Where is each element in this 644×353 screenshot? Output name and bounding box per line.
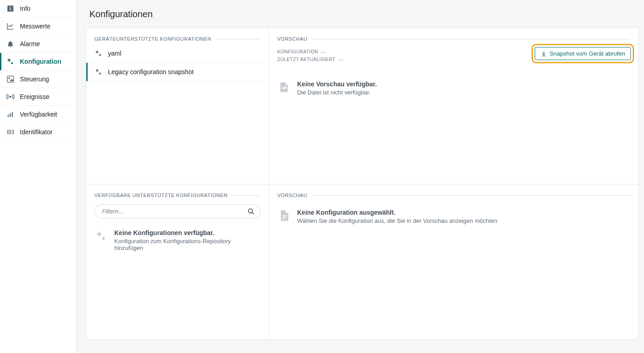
- bell-icon: [6, 40, 14, 48]
- sidebar-item-configuration[interactable]: Konfiguration: [0, 53, 76, 71]
- preview-meta: KONFIGURATION --- ZULETZT AKTUALISIERT -…: [269, 44, 638, 64]
- broadcast-icon: [6, 93, 14, 101]
- section-header-label: VORSCHAU: [277, 36, 307, 42]
- svg-point-6: [9, 78, 9, 79]
- preview-bottom-header: VORSCHAU: [269, 184, 638, 201]
- svg-rect-12: [7, 130, 8, 135]
- header-line: [233, 195, 261, 196]
- filter-input[interactable]: [94, 204, 261, 218]
- preview-top-section: VORSCHAU KONFIGURATION --- ZULETZT AKTUA…: [269, 28, 638, 184]
- header-line: [313, 195, 630, 196]
- config-item-yaml[interactable]: yaml: [86, 44, 269, 63]
- svg-point-22: [248, 209, 252, 213]
- svg-rect-13: [9, 130, 9, 135]
- right-column: VORSCHAU KONFIGURATION --- ZULETZT AKTUA…: [269, 28, 638, 339]
- meta-updated-label: ZULETZT AKTUALISIERT: [277, 56, 336, 62]
- meta-config-value: ---: [321, 49, 326, 54]
- file-text-icon: [277, 209, 291, 222]
- info-square-icon: [6, 5, 14, 13]
- svg-rect-25: [283, 215, 287, 216]
- page-title: Konfigurationen: [89, 9, 639, 19]
- snapshot-button-label: Snapshot vom Gerät abrufen: [550, 50, 625, 57]
- preview-top-empty: Keine Vorschau verfügbar. Die Datei ist …: [269, 72, 638, 96]
- image-broken-icon: [277, 80, 291, 94]
- sidebar-item-label: Steuerung: [20, 75, 49, 83]
- sidebar-item-control[interactable]: Steuerung: [0, 71, 76, 88]
- sidebar-item-label: Messwerte: [20, 23, 51, 30]
- line-chart-icon: [6, 22, 14, 30]
- gears-icon: [6, 57, 14, 66]
- header-line: [217, 39, 261, 39]
- barcode-icon: [6, 128, 14, 136]
- preview-bottom-empty-title: Keine Konfiguration ausgewählt.: [297, 209, 497, 216]
- left-column: GERÄTEUNTERSTÜTZTE KONFIGURATIONEN yaml: [86, 28, 269, 339]
- svg-rect-26: [283, 217, 287, 217]
- svg-rect-27: [283, 218, 285, 219]
- bar-chart-icon: [6, 110, 14, 118]
- sidebar-item-identifier[interactable]: Identifikator: [0, 123, 76, 141]
- svg-point-18: [96, 51, 98, 53]
- sidebar-item-events[interactable]: Ereignisse: [0, 88, 76, 106]
- filter-wrap: [86, 201, 269, 221]
- gears-icon: [94, 67, 103, 76]
- sidebar-item-label: Ereignisse: [20, 93, 49, 100]
- svg-rect-15: [11, 130, 12, 135]
- gears-icon: [94, 229, 108, 243]
- available-empty-title: Keine Konfigurationen verfügbar.: [114, 229, 261, 236]
- available-section: VERFÜGBARE UNTERSTÜTZTE KONFIGURATIONEN: [86, 184, 269, 339]
- sidebar-item-measurements[interactable]: Messwerte: [0, 18, 76, 35]
- sidebar-item-availability[interactable]: Verfügbarkeit: [0, 106, 76, 123]
- supported-header: GERÄTEUNTERSTÜTZTE KONFIGURATIONEN: [86, 28, 269, 44]
- sidebar-item-label: Konfiguration: [20, 58, 61, 65]
- svg-rect-2: [10, 7, 11, 8]
- sidebar-item-label: Info: [20, 5, 30, 12]
- svg-point-20: [96, 70, 98, 72]
- available-empty-text: Konfiguration zum Konfigurations-Reposit…: [114, 238, 261, 251]
- sidebar-item-label: Alarme: [20, 40, 40, 47]
- svg-rect-1: [10, 8, 11, 10]
- meta-updated-value: ---: [338, 56, 343, 62]
- snapshot-button[interactable]: Snapshot vom Gerät abrufen: [535, 47, 631, 60]
- available-header: VERFÜGBARE UNTERSTÜTZTE KONFIGURATIONEN: [86, 184, 269, 201]
- svg-point-3: [8, 59, 10, 61]
- sidebar: Info Messwerte Alarme Konfiguration Steu…: [0, 0, 77, 353]
- preview-bottom-section: VORSCHAU Keine Konfiguration ausgewählt.…: [269, 184, 638, 339]
- preview-top-empty-title: Keine Vorschau verfügbar.: [297, 80, 377, 88]
- config-item-label: yaml: [108, 50, 121, 57]
- preview-bottom-empty-text: Wählen Sie die Konfiguration aus, die Si…: [297, 217, 497, 224]
- svg-rect-9: [8, 115, 9, 117]
- available-empty: Keine Konfigurationen verfügbar. Konfigu…: [86, 221, 269, 251]
- search-icon[interactable]: [247, 207, 255, 216]
- configurations-card: GERÄTEUNTERSTÜTZTE KONFIGURATIONEN yaml: [86, 28, 639, 339]
- config-item-label: Legacy configuration snapshot: [108, 68, 194, 75]
- svg-rect-7: [10, 80, 13, 81]
- main-content: Konfigurationen GERÄTEUNTERSTÜTZTE KONFI…: [77, 0, 644, 353]
- svg-point-8: [10, 96, 11, 98]
- svg-rect-17: [13, 130, 14, 135]
- svg-rect-11: [12, 112, 13, 117]
- gears-icon: [94, 49, 103, 58]
- config-item-legacy[interactable]: Legacy configuration snapshot: [86, 63, 269, 81]
- preview-top-empty-text: Die Datei ist nicht verfügbar.: [297, 89, 377, 96]
- section-header-label: GERÄTEUNTERSTÜTZTE KONFIGURATIONEN: [94, 36, 211, 42]
- svg-rect-14: [10, 130, 11, 135]
- svg-rect-16: [12, 130, 13, 135]
- control-panel-icon: [6, 75, 14, 83]
- download-icon: [541, 51, 547, 57]
- sidebar-item-alarms[interactable]: Alarme: [0, 35, 76, 53]
- preview-top-header: VORSCHAU: [269, 28, 638, 44]
- sidebar-item-label: Verfügbarkeit: [20, 111, 57, 118]
- svg-rect-5: [7, 76, 14, 82]
- meta-config-label: KONFIGURATION: [277, 49, 318, 54]
- sidebar-item-info[interactable]: Info: [0, 0, 76, 18]
- supported-section: GERÄTEUNTERSTÜTZTE KONFIGURATIONEN yaml: [86, 28, 269, 184]
- preview-bottom-empty: Keine Konfiguration ausgewählt. Wählen S…: [269, 201, 638, 224]
- sidebar-item-label: Identifikator: [20, 128, 52, 136]
- svg-point-23: [98, 232, 101, 235]
- svg-rect-10: [10, 113, 11, 117]
- header-line: [313, 39, 630, 39]
- section-header-label: VERFÜGBARE UNTERSTÜTZTE KONFIGURATIONEN: [94, 193, 228, 198]
- section-header-label: VORSCHAU: [277, 193, 307, 198]
